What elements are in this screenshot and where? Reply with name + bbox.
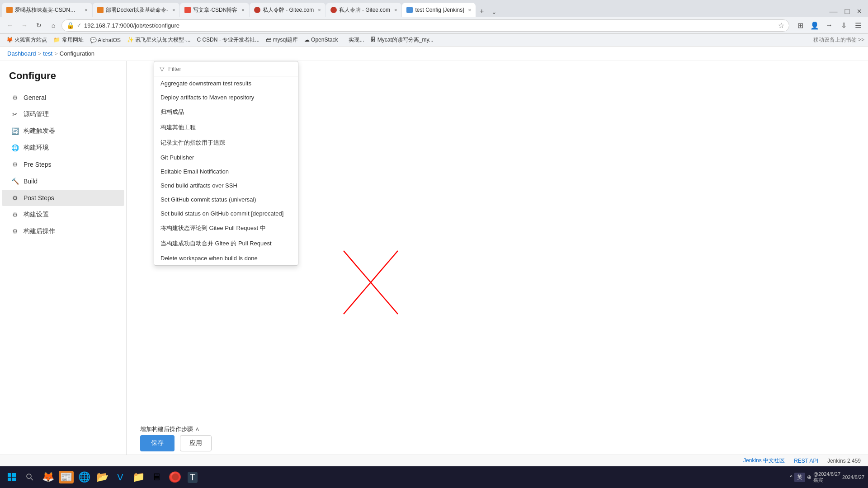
- dropdown-item-10[interactable]: 将构建状态评论到 Gitee Pull Request 中: [154, 221, 298, 236]
- dropdown-item-12[interactable]: Delete workspace when build is done: [154, 251, 298, 265]
- tab-title-6: test Config [Jenkins]: [415, 7, 464, 13]
- dropdown-item-4[interactable]: 记录文件的指纹用于追踪: [154, 135, 298, 150]
- taskbar-datetime[interactable]: 2024/8/27: [842, 474, 864, 480]
- dropdown-item-2[interactable]: 归档成品: [154, 104, 298, 120]
- source-control-icon: ✂: [11, 110, 19, 118]
- jenkins-version: Jenkins 2.459: [827, 458, 861, 464]
- taskbar-firefox[interactable]: 🦊: [40, 469, 56, 485]
- dropdown-item-3[interactable]: 构建其他工程: [154, 120, 298, 135]
- dropdown-item-8[interactable]: Set GitHub commit status (universal): [154, 192, 298, 206]
- maximize-button[interactable]: □: [842, 6, 853, 17]
- tab-overflow-button[interactable]: ⌄: [488, 6, 500, 17]
- taskbar-app-t[interactable]: T: [184, 469, 201, 485]
- dropdown-item-5[interactable]: Git Publisher: [154, 150, 298, 164]
- forward-button[interactable]: →: [18, 19, 31, 32]
- taskbar-app-red[interactable]: ⭕: [166, 469, 183, 485]
- svg-rect-4: [8, 478, 11, 481]
- dropdown-item-9[interactable]: Set build status on GitHub commit [depre…: [154, 206, 298, 221]
- save-button[interactable]: 保存: [140, 435, 175, 451]
- address-input[interactable]: [84, 22, 775, 29]
- tab-3[interactable]: 写文章-CSDN博客 ×: [180, 3, 249, 17]
- build-env-icon: 🌐: [11, 144, 19, 152]
- bookmark-alchat[interactable]: 💬 AlchatOS: [87, 36, 123, 44]
- download-button[interactable]: ⇩: [837, 19, 850, 32]
- tray-emoji[interactable]: ⊕: [807, 474, 811, 480]
- star-icon[interactable]: ☆: [778, 21, 784, 30]
- bookmark-mycat[interactable]: 🗄 Mycat的读写分离_my...: [368, 35, 436, 45]
- tab-1[interactable]: 爱喝荔枝味嘉宾-CSDN博客 ×: [2, 3, 92, 17]
- tab-4[interactable]: 私人令牌 - Gitee.com ×: [250, 3, 326, 17]
- sidebar-item-build-env[interactable]: 🌐 构建环境: [2, 140, 124, 156]
- dropdown-item-0[interactable]: Aggregate downstream test results: [154, 76, 298, 90]
- menu-button[interactable]: ☰: [852, 19, 864, 32]
- sidebar-item-source-control[interactable]: ✂ 源码管理: [2, 106, 124, 122]
- dropdown-item-6[interactable]: Editable Email Notification: [154, 164, 298, 178]
- tab-5[interactable]: 私人令牌 - Gitee.com ×: [326, 3, 402, 17]
- taskbar-chrome[interactable]: 🌐: [76, 469, 92, 485]
- dropdown-item-11[interactable]: 当构建成功自动合并 Gitee 的 Pull Request: [154, 236, 298, 251]
- tray-lang[interactable]: 英: [794, 473, 805, 482]
- tab-close-1[interactable]: ×: [85, 7, 88, 13]
- tab-6[interactable]: test Config [Jenkins] ×: [402, 3, 476, 17]
- bookmark-openstack[interactable]: ☁ OpenStack——实现...: [302, 35, 367, 45]
- tab-close-3[interactable]: ×: [241, 7, 244, 13]
- bookmark-common[interactable]: 📁 常用网址: [51, 35, 86, 45]
- home-button[interactable]: ⌂: [47, 19, 60, 32]
- svg-rect-2: [8, 473, 11, 477]
- search-button[interactable]: [22, 469, 38, 485]
- sidebar-item-build-settings[interactable]: ⚙ 构建设置: [2, 206, 124, 223]
- tray-caret-up[interactable]: ^: [790, 474, 793, 480]
- bookmark-csdn[interactable]: C CSDN - 专业开发者社...: [194, 35, 262, 45]
- tab-close-5[interactable]: ×: [394, 7, 397, 13]
- tab-2[interactable]: 部署Docker以及基础命令- ×: [93, 3, 179, 17]
- back-button[interactable]: ←: [4, 19, 16, 32]
- tab-close-2[interactable]: ×: [172, 7, 175, 13]
- status-bar: Jenkins 中文社区 REST API Jenkins 2.459: [0, 455, 868, 466]
- dropdown-overlay: ▽ Aggregate downstream test results Depl…: [154, 61, 298, 266]
- dropdown-item-7[interactable]: Send build artifacts over SSH: [154, 178, 298, 192]
- main-layout: Configure ⚙ General ✂ 源码管理 🔄 构建触发器 🌐 构建环…: [0, 61, 868, 488]
- address-bar-container[interactable]: 🔒 ✓ ☆: [61, 19, 789, 32]
- new-tab-button[interactable]: +: [476, 5, 487, 17]
- breadcrumb-dashboard[interactable]: Dashboard: [7, 50, 36, 57]
- sidebar-label-general: General: [24, 94, 46, 101]
- svg-rect-3: [12, 473, 16, 477]
- sidebar-label-source-control: 源码管理: [24, 110, 49, 118]
- dropdown-item-1[interactable]: Deploy artifacts to Maven repository: [154, 90, 298, 104]
- sidebar-item-post-steps[interactable]: ⚙ Post Steps: [2, 190, 124, 206]
- sidebar-item-build[interactable]: 🔨 Build: [2, 173, 124, 189]
- refresh-button[interactable]: ↻: [33, 19, 45, 32]
- tab-title-3: 写文章-CSDN博客: [193, 6, 237, 14]
- taskbar-filezilla[interactable]: 📂: [94, 469, 110, 485]
- sidebar-label-build-settings: 构建设置: [24, 211, 49, 219]
- tray-user[interactable]: @2024/8/27嘉宾: [813, 471, 840, 483]
- sidebar-label-build: Build: [24, 178, 38, 185]
- rest-api-link[interactable]: REST API: [794, 458, 818, 464]
- sidebar-item-post-build[interactable]: ⚙ 构建后操作: [2, 223, 124, 239]
- apply-button[interactable]: 应用: [180, 435, 212, 451]
- taskbar-filemanager[interactable]: 📁: [130, 469, 146, 485]
- minimize-button[interactable]: —: [827, 6, 840, 17]
- tab-close-4[interactable]: ×: [318, 7, 321, 13]
- history-forward-button[interactable]: →: [823, 19, 835, 32]
- sidebar-item-build-triggers[interactable]: 🔄 构建触发器: [2, 123, 124, 139]
- sidebar-item-general[interactable]: ⚙ General: [2, 89, 124, 106]
- sidebar-item-pre-steps[interactable]: ⚙ Pre Steps: [2, 156, 124, 173]
- taskbar-remmina[interactable]: 🖥: [148, 469, 165, 485]
- breadcrumb-test[interactable]: test: [43, 50, 52, 57]
- start-button[interactable]: [4, 469, 20, 485]
- bookmark-mysql[interactable]: 🗃 mysql题库: [263, 35, 301, 45]
- jenkins-community-link[interactable]: Jenkins 中文社区: [743, 457, 785, 465]
- bookmark-xunfei[interactable]: ✨ 讯飞星火认知大模型-...: [124, 35, 193, 45]
- taskbar-app-orange[interactable]: 📰: [58, 469, 74, 485]
- close-button[interactable]: ×: [854, 6, 864, 17]
- account-button[interactable]: 👤: [808, 19, 821, 32]
- breadcrumb-sep-2: >: [54, 50, 58, 57]
- security-icon: 🔒: [66, 22, 74, 29]
- filter-input[interactable]: [168, 66, 292, 72]
- taskbar-vim[interactable]: V: [112, 469, 128, 485]
- extensions-button[interactable]: ⊞: [794, 19, 807, 32]
- tab-close-6[interactable]: ×: [468, 7, 471, 13]
- bookmark-huhu[interactable]: 🦊 火狐官方站点: [4, 35, 50, 45]
- mobile-bookmarks[interactable]: 移动设备上的书签 >>: [813, 36, 864, 44]
